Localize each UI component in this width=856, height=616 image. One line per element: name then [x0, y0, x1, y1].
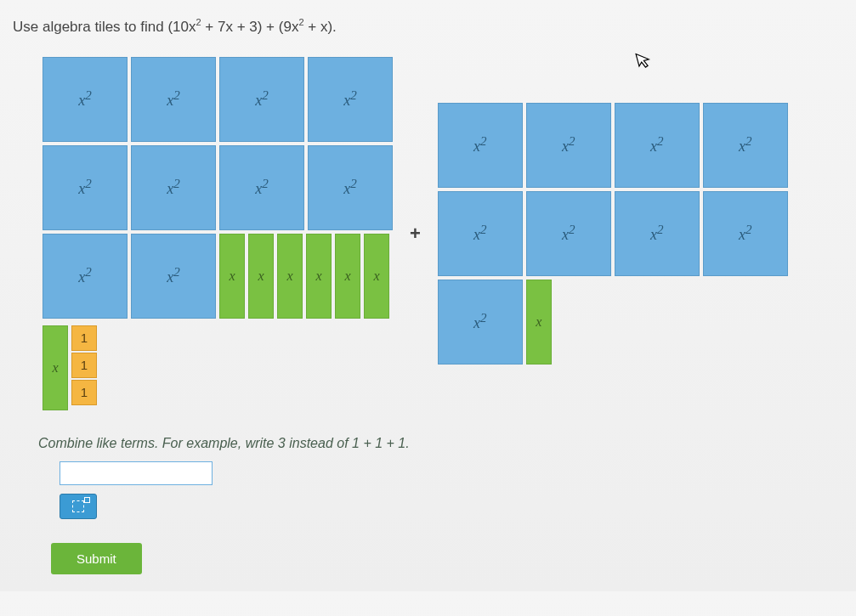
left-expression: x2 x2 x2 x2 x2 x2 x2 x2 x2 x2 x x x x x …	[43, 57, 393, 410]
x2-tile: x2	[219, 57, 304, 142]
right-expression: x2 x2 x2 x2 x2 x2 x2 x2 x2 x	[438, 103, 788, 365]
x-tile: x	[248, 234, 274, 319]
one-tile: 1	[71, 380, 97, 405]
x2-tile: x2	[438, 103, 523, 188]
x2-tile: x2	[43, 57, 128, 142]
answer-input[interactable]	[60, 461, 213, 485]
x-tile: x	[306, 234, 332, 319]
x2-tile: x2	[219, 145, 304, 230]
instruction-text: Combine like terms. For example, write 3…	[38, 436, 843, 451]
x-tile: x	[526, 280, 552, 365]
x-tile: x	[43, 325, 68, 410]
x2-tile: x2	[615, 191, 700, 276]
x2-tile: x2	[438, 280, 523, 365]
x2-tile: x2	[43, 234, 128, 319]
x2-tile: x2	[703, 103, 788, 188]
exponent-button[interactable]	[60, 494, 97, 519]
x2-tile: x2	[43, 145, 128, 230]
x2-tile: x2	[131, 234, 216, 319]
x2-tile: x2	[615, 103, 700, 188]
x-tile: x	[277, 234, 303, 319]
x2-tile: x2	[308, 57, 393, 142]
x2-tile: x2	[308, 145, 393, 230]
x-tile: x	[219, 234, 245, 319]
tiles-area: x2 x2 x2 x2 x2 x2 x2 x2 x2 x2 x x x x x …	[13, 57, 843, 410]
x2-tile: x2	[131, 57, 216, 142]
one-tile: 1	[71, 325, 97, 351]
x-tile: x	[335, 234, 360, 319]
x2-tile: x2	[526, 191, 611, 276]
one-tile: 1	[71, 353, 97, 378]
x-tile: x	[364, 234, 389, 319]
plus-operator: +	[405, 223, 425, 245]
x2-tile: x2	[526, 103, 611, 188]
question-text: Use algebra tiles to find (10x2 + 7x + 3…	[13, 17, 843, 36]
submit-button[interactable]: Submit	[51, 543, 142, 574]
x2-tile: x2	[703, 191, 788, 276]
x2-tile: x2	[131, 145, 216, 230]
x2-tile: x2	[438, 191, 523, 276]
